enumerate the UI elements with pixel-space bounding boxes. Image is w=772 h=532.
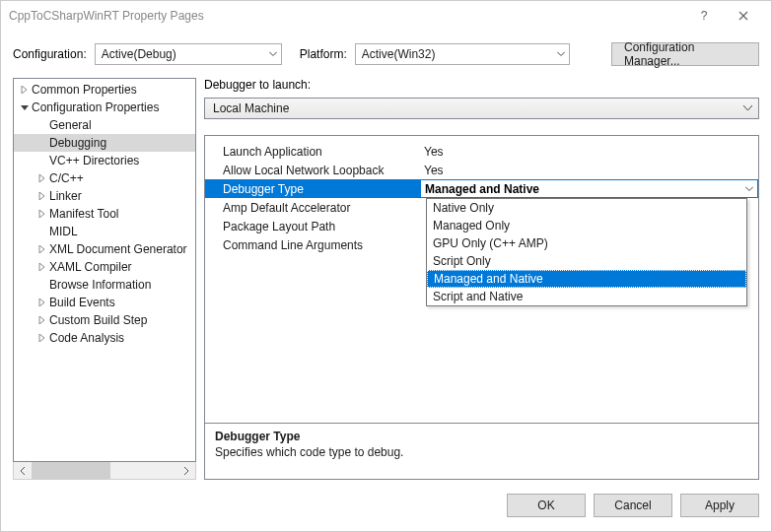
tree-label: Build Events [49, 296, 115, 309]
scroll-right-icon[interactable] [177, 462, 195, 479]
description-panel: Debugger Type Specifies which code type … [205, 423, 758, 479]
tree-label: C/C++ [49, 171, 84, 185]
option-label: Native Only [433, 201, 494, 215]
prop-row-debugger-type[interactable]: Debugger Type Managed and Native [205, 179, 758, 198]
ok-button[interactable]: OK [507, 494, 586, 517]
tree-label: Debugging [49, 136, 106, 150]
dropdown-option[interactable]: Script and Native [427, 288, 746, 305]
tree-node-cpp[interactable]: C/C++ [14, 169, 195, 187]
tree-node-custombuild[interactable]: Custom Build Step [14, 311, 195, 329]
arrow-right-icon [35, 334, 49, 342]
option-label: GPU Only (C++ AMP) [433, 236, 548, 250]
tree-label: Custom Build Step [49, 313, 147, 327]
tree-node-codeanalysis[interactable]: Code Analysis [14, 329, 195, 347]
prop-key: Command Line Arguments [205, 238, 420, 252]
tree-hscrollbar[interactable] [13, 462, 196, 480]
platform-label: Platform: [300, 47, 347, 61]
chevron-down-icon [743, 105, 752, 111]
close-button[interactable] [724, 1, 763, 31]
cancel-button[interactable]: Cancel [594, 494, 672, 517]
tree-label: MIDL [49, 225, 78, 238]
platform-value: Active(Win32) [362, 47, 436, 61]
arrow-right-icon [35, 210, 49, 218]
chevron-down-icon [269, 52, 277, 57]
option-label: Script and Native [433, 290, 523, 303]
arrow-right-icon [18, 86, 32, 94]
prop-key: Amp Default Accelerator [205, 201, 420, 215]
arrow-right-icon [35, 245, 49, 253]
prop-row-loopback[interactable]: Allow Local Network Loopback Yes [205, 161, 758, 179]
prop-key: Launch Application [205, 145, 420, 159]
description-body: Specifies which code type to debug. [215, 445, 748, 459]
tree-label: General [49, 118, 92, 132]
footer: OK Cancel Apply [1, 480, 771, 531]
tree-node-xmldoc[interactable]: XML Document Generator [14, 240, 195, 258]
arrow-down-icon [18, 103, 32, 111]
help-button[interactable]: ? [684, 1, 724, 31]
option-label: Script Only [433, 254, 491, 268]
tree-node-buildevents[interactable]: Build Events [14, 294, 195, 311]
apply-button[interactable]: Apply [680, 494, 759, 517]
tree-label: VC++ Directories [49, 154, 139, 167]
tree-label: XML Document Generator [49, 242, 187, 256]
scroll-track[interactable] [32, 462, 177, 479]
prop-value[interactable]: Yes [420, 164, 758, 177]
tree-label: Manifest Tool [49, 207, 118, 221]
chevron-down-icon [557, 52, 565, 57]
launch-value: Local Machine [213, 101, 289, 115]
configuration-combo[interactable]: Active(Debug) [95, 43, 282, 65]
close-icon [738, 11, 748, 21]
arrow-right-icon [35, 192, 49, 200]
tree-label: Browse Information [49, 278, 151, 292]
scroll-left-icon[interactable] [14, 462, 32, 479]
nav-tree[interactable]: Common Properties Configuration Properti… [13, 78, 196, 462]
tree-node-manifest[interactable]: Manifest Tool [14, 205, 195, 223]
titlebar: CppToCSharpWinRT Property Pages ? [1, 1, 771, 31]
property-grid: Launch Application Yes Allow Local Netwo… [204, 135, 759, 480]
prop-value[interactable]: Yes [420, 145, 758, 159]
tree-node-browse[interactable]: Browse Information [14, 276, 195, 294]
dropdown-option[interactable]: Managed Only [427, 217, 746, 234]
launch-combo[interactable]: Local Machine [204, 98, 759, 119]
configuration-manager-button[interactable]: Configuration Manager... [611, 42, 759, 66]
tree-label: Code Analysis [49, 331, 124, 345]
arrow-right-icon [35, 316, 49, 324]
window-title: CppToCSharpWinRT Property Pages [9, 9, 204, 23]
ok-label: OK [537, 499, 554, 512]
prop-value-text: Managed and Native [425, 182, 539, 196]
scroll-thumb[interactable] [32, 462, 110, 479]
tree-node-midl[interactable]: MIDL [14, 223, 195, 240]
tree-node-linker[interactable]: Linker [14, 187, 195, 205]
dropdown-option[interactable]: GPU Only (C++ AMP) [427, 234, 746, 252]
tree-node-confprops[interactable]: Configuration Properties [14, 99, 195, 116]
arrow-right-icon [35, 174, 49, 182]
prop-value-combo[interactable]: Managed and Native [420, 179, 758, 198]
configuration-value: Active(Debug) [102, 47, 176, 61]
tree-label: Configuration Properties [32, 100, 159, 114]
platform-combo[interactable]: Active(Win32) [355, 43, 570, 65]
configuration-label: Configuration: [13, 47, 87, 61]
tree-label: Linker [49, 189, 82, 203]
config-row: Configuration: Active(Debug) Platform: A… [1, 31, 771, 72]
launch-label: Debugger to launch: [204, 78, 759, 92]
tree-node-xaml[interactable]: XAML Compiler [14, 258, 195, 276]
tree-node-debugging[interactable]: Debugging [14, 134, 195, 152]
prop-key: Allow Local Network Loopback [205, 164, 420, 177]
description-title: Debugger Type [215, 430, 748, 443]
dropdown-option[interactable]: Script Only [427, 252, 746, 270]
prop-row-launch-app[interactable]: Launch Application Yes [205, 142, 758, 161]
tree-label: XAML Compiler [49, 260, 132, 274]
option-label: Managed and Native [434, 272, 543, 286]
dropdown-option-selected[interactable]: Managed and Native [427, 270, 746, 288]
option-label: Managed Only [433, 219, 510, 233]
tree-label: Common Properties [32, 83, 137, 97]
tree-node-common[interactable]: Common Properties [14, 81, 195, 99]
tree-node-general[interactable]: General [14, 116, 195, 134]
cancel-label: Cancel [614, 499, 651, 512]
arrow-right-icon [35, 263, 49, 271]
dropdown-option[interactable]: Native Only [427, 199, 746, 217]
prop-key: Package Layout Path [205, 220, 420, 233]
arrow-right-icon [35, 299, 49, 306]
tree-node-vcdirs[interactable]: VC++ Directories [14, 152, 195, 169]
debugger-type-dropdown[interactable]: Native Only Managed Only GPU Only (C++ A… [426, 198, 747, 306]
